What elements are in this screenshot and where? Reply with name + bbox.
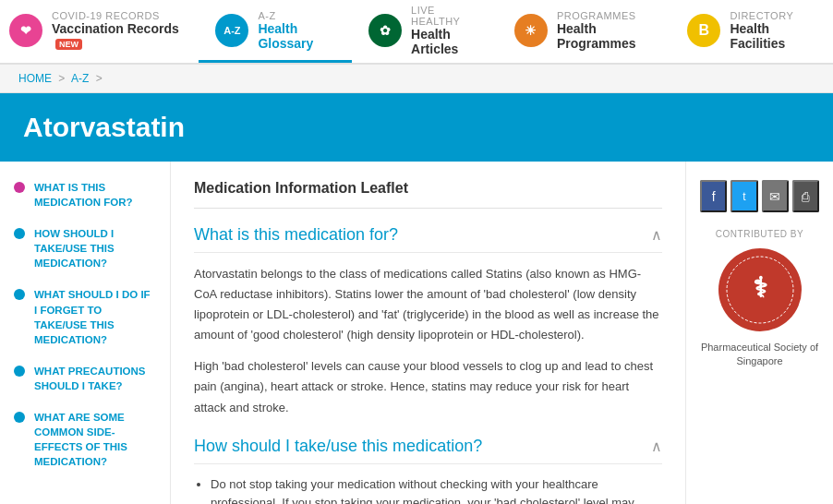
nav-az[interactable]: A-Z A-Z Health Glossary [199,0,352,63]
sidebar-dot-4 [14,366,25,377]
section2-heading: How should I take/use this medication? [194,437,482,456]
contributor-name: Pharmaceutical Society of Singapore [700,341,819,369]
covid19-icon: ❤ [9,14,42,47]
az-label: A-Z [258,10,335,21]
article-leaflet-title: Medication Information Leaflet [194,180,662,209]
svg-text:⚕: ⚕ [753,272,767,303]
section2-header: How should I take/use this medication? ∧ [194,437,662,464]
breadcrumb: HOME > A-Z > [0,65,833,93]
top-navigation: ❤ COVID-19 RECORDS Vaccination Records N… [0,0,833,65]
sidebar-label-4: WHAT PRECAUTIONS SHOULD I TAKE? [34,364,156,393]
breadcrumb-az[interactable]: A-Z [71,72,89,85]
breadcrumb-home[interactable]: HOME [18,72,52,85]
section1-collapse-icon[interactable]: ∧ [651,226,662,244]
breadcrumb-sep1: > [58,72,65,85]
covid19-label: COVID-19 RECORDS [52,10,182,21]
directory-sublabel: Health Facilities [730,21,807,51]
directory-label: DIRECTORY [730,10,807,21]
contributed-by-label: CONTRIBUTED BY [700,229,819,239]
main-content: WHAT IS THIS MEDICATION FOR? HOW SHOULD … [0,162,833,504]
share-twitter-button[interactable]: t [730,180,757,212]
share-print-button[interactable]: ⎙ [792,180,819,212]
sidebar-item-4[interactable]: WHAT PRECAUTIONS SHOULD I TAKE? [14,364,156,393]
directory-icon: B [687,14,720,47]
sidebar-label-1: WHAT IS THIS MEDICATION FOR? [34,180,156,210]
sidebar-item-3[interactable]: WHAT SHOULD I DO IF I FORGET TO TAKE/USE… [14,287,156,346]
article-content: Medication Information Leaflet What is t… [171,162,685,504]
right-sidebar: f t ✉ ⎙ CONTRIBUTED BY ⚕ Pharmaceutical … [685,162,833,504]
section2-collapse-icon[interactable]: ∧ [651,438,662,455]
sidebar-dot-1 [14,182,25,193]
section1-body: Atorvastatin belongs to the class of med… [194,264,662,418]
page-title: Atorvastatin [23,112,815,143]
section2: How should I take/use this medication? ∧… [194,437,662,504]
nav-programmes[interactable]: ☀ PROGRAMMES Health Programmes [498,0,670,63]
sidebar-label-2: HOW SHOULD I TAKE/USE THIS MEDICATION? [34,226,156,270]
section2-bullets: Do not stop taking your medication witho… [194,475,662,504]
sidebar-item-1[interactable]: WHAT IS THIS MEDICATION FOR? [14,180,156,210]
livehealthy-label: LIVE HEALTHY [411,5,481,27]
nav-livehealthy[interactable]: ✿ LIVE HEALTHY Health Articles [352,0,498,63]
sidebar-label-5: WHAT ARE SOME COMMON SIDE-EFFECTS OF THI… [34,410,156,469]
share-facebook-button[interactable]: f [700,180,727,212]
social-share-bar: f t ✉ ⎙ [700,180,819,212]
section2-body: Do not stop taking your medication witho… [194,475,662,504]
sidebar-item-2[interactable]: HOW SHOULD I TAKE/USE THIS MEDICATION? [14,226,156,270]
livehealthy-icon: ✿ [368,14,402,47]
az-icon: A-Z [215,14,248,47]
sidebar-label-3: WHAT SHOULD I DO IF I FORGET TO TAKE/USE… [34,287,156,346]
contributor-logo: ⚕ [718,248,802,331]
sidebar-dot-5 [14,412,25,423]
sidebar-item-5[interactable]: WHAT ARE SOME COMMON SIDE-EFFECTS OF THI… [14,410,156,469]
programmes-sublabel: Health Programmes [557,21,654,51]
contributor-logo-svg: ⚕ [723,253,797,327]
hero-section: Atorvastatin [0,93,833,162]
sidebar-dot-3 [14,289,25,300]
programmes-label: PROGRAMMES [557,10,654,21]
programmes-icon: ☀ [514,14,548,47]
section1-para1: Atorvastatin belongs to the class of med… [194,264,662,345]
breadcrumb-sep2: > [96,72,103,85]
section1-header: What is this medication for? ∧ [194,225,662,253]
section1-para2: High 'bad cholesterol' levels can cause … [194,356,662,417]
livehealthy-sublabel: Health Articles [411,27,481,56]
section1-heading: What is this medication for? [194,225,398,245]
new-badge: NEW [55,39,82,50]
share-email-button[interactable]: ✉ [762,180,789,212]
nav-covid19[interactable]: ❤ COVID-19 RECORDS Vaccination Records N… [9,0,199,63]
section2-bullet1: Do not stop taking your medication witho… [211,475,662,504]
left-sidebar: WHAT IS THIS MEDICATION FOR? HOW SHOULD … [0,162,171,504]
az-sublabel: Health Glossary [258,21,335,51]
sidebar-dot-2 [14,228,25,239]
covid19-sublabel: Vaccination Records NEW [52,21,182,51]
nav-directory[interactable]: B DIRECTORY Health Facilities [670,0,824,63]
